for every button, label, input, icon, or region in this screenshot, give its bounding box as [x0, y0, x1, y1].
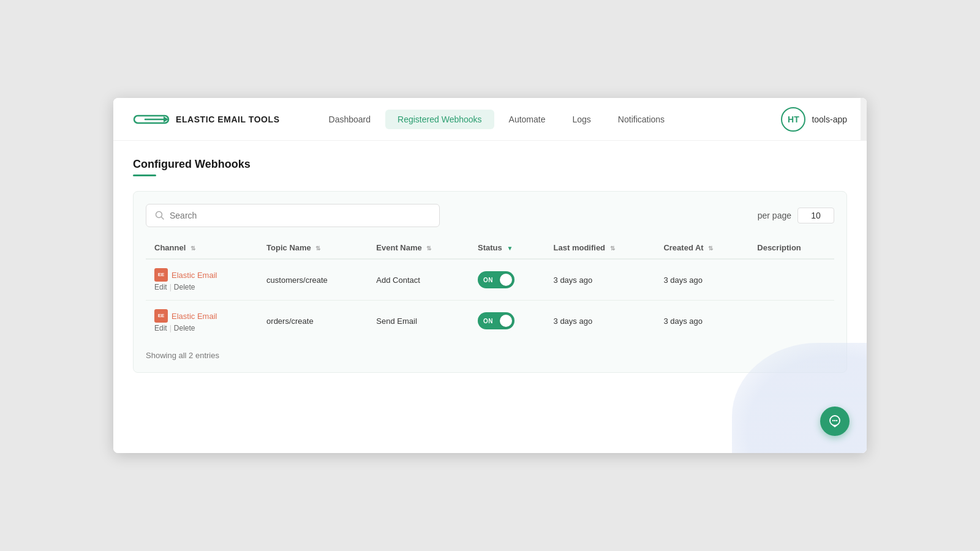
delete-link-0[interactable]: Delete	[174, 283, 195, 291]
chat-button[interactable]	[820, 407, 850, 436]
nav-link-logs[interactable]: Logs	[560, 110, 603, 129]
table-container: per page Channel ⇅ Topic Name ⇅	[133, 191, 847, 373]
search-icon	[155, 211, 165, 220]
table-row: EE Elastic Email Edit | Delete orders/cr…	[146, 301, 834, 342]
avatar[interactable]: HT	[781, 107, 805, 132]
sort-channel-icon[interactable]: ⇅	[190, 245, 195, 252]
cell-channel-1: EE Elastic Email Edit | Delete	[146, 301, 258, 342]
svg-point-8	[836, 420, 837, 421]
user-area: HT tools-app	[781, 107, 847, 132]
channel-actions-0: Edit | Delete	[154, 283, 249, 291]
nav-link-registered-webhooks[interactable]: Registered Webhooks	[385, 110, 494, 129]
cell-desc-0	[748, 259, 834, 301]
toggle-1[interactable]: ON	[478, 312, 514, 329]
cell-desc-1	[748, 301, 834, 342]
browser-window: ELASTIC EMAIL TOOLS Dashboard Registered…	[113, 98, 867, 453]
svg-point-6	[832, 420, 834, 421]
brand: ELASTIC EMAIL TOOLS	[133, 110, 280, 129]
main-content: Configured Webhooks per page	[113, 141, 867, 453]
cell-status-0: ON	[469, 259, 545, 301]
nav-links: Dashboard Registered Webhooks Automate L…	[317, 110, 782, 129]
brand-name: ELASTIC EMAIL TOOLS	[176, 114, 280, 124]
app-name: tools-app	[812, 114, 847, 124]
channel-icon-0: EE	[154, 268, 168, 282]
brand-logo	[133, 110, 170, 129]
toggle-knob-0	[500, 274, 512, 286]
col-event-name: Event Name ⇅	[368, 237, 469, 259]
sort-created-icon[interactable]: ⇅	[708, 245, 713, 252]
navbar: ELASTIC EMAIL TOOLS Dashboard Registered…	[113, 98, 867, 141]
channel-name-0[interactable]: EE Elastic Email	[154, 268, 249, 282]
table-toolbar: per page	[146, 204, 834, 227]
cell-created-0: 3 days ago	[655, 259, 748, 301]
showing-label: Showing all 2 entries	[146, 351, 834, 360]
cell-lastmod-1: 3 days ago	[545, 301, 655, 342]
search-box	[146, 204, 440, 227]
channel-icon-1: EE	[154, 309, 168, 323]
toggle-0[interactable]: ON	[478, 271, 514, 288]
col-channel: Channel ⇅	[146, 237, 258, 259]
per-page-area: per page	[758, 208, 834, 223]
cell-lastmod-0: 3 days ago	[545, 259, 655, 301]
toggle-knob-1	[500, 315, 512, 327]
delete-link-1[interactable]: Delete	[174, 324, 195, 332]
cell-event-1: Send Email	[368, 301, 469, 342]
table-header-row: Channel ⇅ Topic Name ⇅ Event Name ⇅ St	[146, 237, 834, 259]
col-created-at: Created At ⇅	[655, 237, 748, 259]
edit-link-0[interactable]: Edit	[154, 283, 167, 291]
cell-event-0: Add Contact	[368, 259, 469, 301]
cell-channel-0: EE Elastic Email Edit | Delete	[146, 259, 258, 301]
col-description: Description	[748, 237, 834, 259]
cell-topic-0: customers/create	[258, 259, 368, 301]
title-underline	[133, 174, 156, 176]
data-table: Channel ⇅ Topic Name ⇅ Event Name ⇅ St	[146, 237, 834, 341]
nav-link-notifications[interactable]: Notifications	[606, 110, 677, 129]
col-topic-name: Topic Name ⇅	[258, 237, 368, 259]
svg-line-4	[162, 217, 164, 220]
sort-topic-icon[interactable]: ⇅	[315, 245, 320, 252]
col-last-modified: Last modified ⇅	[545, 237, 655, 259]
cell-topic-1: orders/create	[258, 301, 368, 342]
sort-lastmod-icon[interactable]: ⇅	[610, 245, 615, 252]
cell-created-1: 3 days ago	[655, 301, 748, 342]
sort-status-icon[interactable]: ▼	[507, 245, 513, 252]
svg-point-7	[834, 420, 835, 421]
per-page-label: per page	[758, 211, 791, 220]
channel-name-1[interactable]: EE Elastic Email	[154, 309, 249, 323]
sort-event-icon[interactable]: ⇅	[426, 245, 431, 252]
page-title: Configured Webhooks	[133, 158, 847, 171]
edit-link-1[interactable]: Edit	[154, 324, 167, 332]
col-status: Status ▼	[469, 237, 545, 259]
table-row: EE Elastic Email Edit | Delete customers…	[146, 259, 834, 301]
chat-icon	[828, 414, 842, 428]
channel-actions-1: Edit | Delete	[154, 324, 249, 332]
nav-link-dashboard[interactable]: Dashboard	[317, 110, 383, 129]
cell-status-1: ON	[469, 301, 545, 342]
per-page-input[interactable]	[797, 208, 834, 223]
nav-link-automate[interactable]: Automate	[497, 110, 558, 129]
search-input[interactable]	[170, 211, 431, 220]
